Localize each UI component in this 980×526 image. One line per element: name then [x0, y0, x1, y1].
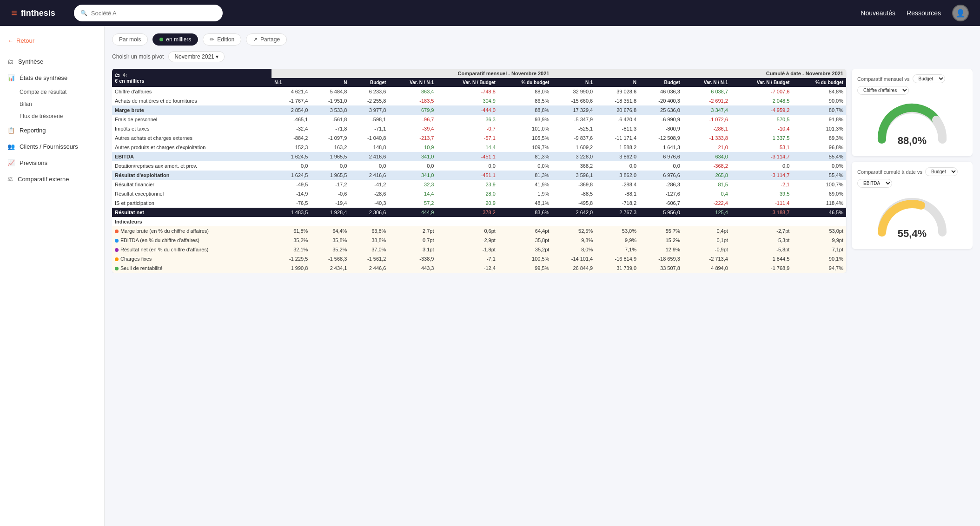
cell-value: 89,3%: [792, 133, 846, 143]
cell-value: -71,1: [350, 124, 389, 133]
sidebar-item-flux[interactable]: Flux de trésorerie: [0, 110, 104, 122]
sidebar-item-compte[interactable]: Compte de résultat: [0, 86, 104, 98]
sidebar-item-comparatif[interactable]: ⚖ Comparatif externe: [0, 171, 104, 187]
sidebar-back-button[interactable]: ← Retour: [0, 33, 104, 48]
cell-value: -222,4: [683, 198, 731, 208]
edition-icon: ✏: [210, 36, 214, 43]
pivot-select[interactable]: Novembre 2021 ▾: [168, 51, 225, 62]
cell-value: 0,0: [731, 161, 792, 171]
sidebar-item-etats[interactable]: 📊 États de synthèse: [0, 70, 104, 86]
search-icon: 🔍: [80, 10, 87, 16]
cell-value: -39,4: [389, 124, 437, 133]
cell-value: 3 862,0: [596, 171, 639, 180]
cell-value: 444,9: [389, 208, 437, 217]
reporting-icon: 📋: [7, 127, 15, 134]
cell-value: 32,3: [389, 180, 437, 189]
cell-value: -88,1: [596, 189, 639, 198]
previsions-icon: 📈: [7, 159, 15, 166]
cell-value: 634,0: [683, 152, 731, 161]
synthese-icon: 🗂: [7, 58, 13, 65]
indicator-cell: -1 229,5: [271, 254, 311, 263]
sidebar-item-clients[interactable]: 👥 Clients / Fournisseurs: [0, 138, 104, 155]
cell-value: 2 416,6: [350, 152, 389, 161]
cell-value: 118,4%: [792, 198, 846, 208]
indicator-cell: -12,4: [437, 263, 498, 273]
indicator-cell: 53,0%: [596, 226, 639, 236]
col-c-varb: Var. N / Budget: [731, 78, 792, 87]
avatar[interactable]: 👤: [952, 5, 969, 21]
cell-value: 0,0: [311, 161, 350, 171]
cumul-chart-select1[interactable]: Budget: [925, 167, 958, 176]
cell-value: 88,8%: [498, 105, 552, 115]
sidebar-item-previsions[interactable]: 📈 Previsions: [0, 155, 104, 171]
table-row: Résultat net1 483,51 928,42 306,6444,9-3…: [112, 208, 846, 217]
col-m-n1: N-1: [271, 78, 311, 87]
indicator-cell: 0,1pt: [683, 236, 731, 245]
btn-edition-label: Edition: [217, 36, 234, 43]
cell-value: 90,0%: [792, 96, 846, 105]
cell-value: 83,6%: [498, 208, 552, 217]
cell-value: 93,9%: [498, 115, 552, 124]
cell-value: -183,5: [389, 96, 437, 105]
monthly-chart-select1[interactable]: Budget: [913, 74, 945, 83]
indicator-cell: 15,2%: [639, 236, 683, 245]
table-row: Achats de matières et de fournitures-1 7…: [112, 96, 846, 105]
cell-value: -1 040,8: [350, 133, 389, 143]
data-table: 🗂 4↕ € en milliers Comparatif mensuel - …: [112, 69, 846, 273]
indicator-cell: 94,7%: [792, 263, 846, 273]
milliers-dot: [159, 38, 163, 41]
cell-value: -14,9: [271, 189, 311, 198]
cell-value: -7 007,6: [731, 87, 792, 96]
cell-value: 46 036,3: [639, 87, 683, 96]
cell-value: 2 854,0: [271, 105, 311, 115]
cumul-chart-select2[interactable]: EBITDA: [857, 179, 892, 188]
cell-value: 57,2: [389, 198, 437, 208]
indicator-cell: -338,9: [389, 254, 437, 263]
cell-value: 20,9: [437, 198, 498, 208]
nav-ressources[interactable]: Ressources: [907, 9, 941, 17]
nav-nouveautes[interactable]: Nouveautés: [861, 9, 895, 17]
main-content: Par mois en milliers ✏ Edition ↗ Partage…: [105, 26, 980, 526]
cell-value: -17,2: [311, 180, 350, 189]
indicator-cell: -7,1: [437, 254, 498, 263]
btn-partage-label: Partage: [260, 36, 280, 43]
cell-value: 2 642,0: [552, 208, 596, 217]
indicator-cell: 9,9%: [596, 236, 639, 245]
cell-value: 28,0: [437, 189, 498, 198]
indicator-cell: 64,4pt: [498, 226, 552, 236]
col-c-budget: Budget: [639, 78, 683, 87]
cell-value: 81,5: [683, 180, 731, 189]
sidebar-item-bilan[interactable]: Bilan: [0, 98, 104, 110]
monthly-chart-select2[interactable]: Chiffre d'affaires: [857, 86, 909, 95]
cumul-chart-label: Comparatif cumulé à date vs: [857, 169, 922, 175]
cell-value: 17 329,4: [552, 105, 596, 115]
indicator-cell: -1 561,2: [350, 254, 389, 263]
indicator-cell: 0,4pt: [683, 226, 731, 236]
cell-value: -6 420,4: [596, 115, 639, 124]
btn-edition[interactable]: ✏ Edition: [203, 33, 241, 46]
search-bar[interactable]: 🔍: [74, 5, 223, 21]
table-row: Résultat financier-49,5-17,2-41,232,323,…: [112, 180, 846, 189]
cell-value: -1 097,9: [311, 133, 350, 143]
sidebar-item-synthese[interactable]: 🗂 Synthèse: [0, 53, 104, 70]
indicator-label: Résultat net (en % du chiffre d'affaires…: [112, 245, 271, 254]
cell-value: 10,9: [389, 143, 437, 152]
clients-icon: 👥: [7, 143, 15, 150]
cell-value: 105,5%: [498, 133, 552, 143]
btn-partage[interactable]: ↗ Partage: [246, 33, 287, 46]
indicator-row: Seuil de rentabilité1 990,82 434,12 446,…: [112, 263, 846, 273]
row-label: EBITDA: [112, 152, 271, 161]
btn-par-mois[interactable]: Par mois: [112, 33, 148, 46]
cell-value: -2,1: [731, 180, 792, 189]
indicator-cell: 35,2pt: [498, 245, 552, 254]
search-input[interactable]: [91, 10, 216, 17]
cell-value: -19,4: [311, 198, 350, 208]
cell-value: -41,2: [350, 180, 389, 189]
btn-en-milliers[interactable]: en milliers: [152, 33, 198, 46]
cumul-chart-header: Comparatif cumulé à date vs Budget EBITD…: [857, 167, 967, 188]
indicator-cell: 2 446,6: [350, 263, 389, 273]
cell-value: 6 976,6: [639, 152, 683, 161]
sidebar-item-reporting[interactable]: 📋 Reporting: [0, 122, 104, 138]
row-label: IS et participation: [112, 198, 271, 208]
cell-value: 39 028,6: [596, 87, 639, 96]
